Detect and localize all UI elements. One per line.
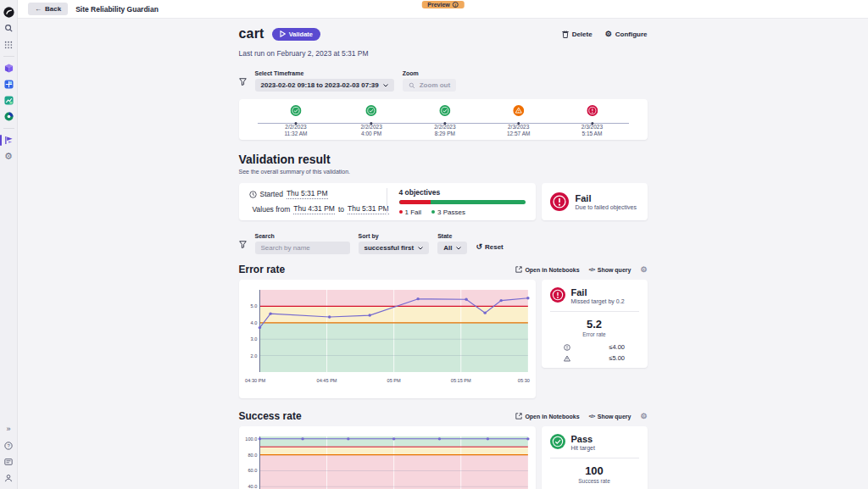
objectives-count-label: 4 objectives [399, 188, 526, 197]
search-input[interactable] [261, 244, 333, 252]
state-select[interactable]: All [437, 242, 467, 254]
last-run-text: Last run on February 2, 2023 at 5:31 PM [239, 49, 648, 58]
chevron-down-icon [456, 247, 461, 250]
timeline-event-label: 2/3/20235:15 AM [581, 124, 603, 138]
services-app-icon[interactable] [3, 111, 14, 122]
pass-status-icon [550, 434, 565, 449]
svg-text:05 PM: 05 PM [387, 378, 401, 383]
target-value: ≤4.00 [609, 343, 625, 351]
objective-title-error-rate: Error rate [239, 264, 286, 275]
svg-text:2.0: 2.0 [250, 353, 257, 358]
reset-button[interactable]: ↺Reset [476, 242, 503, 251]
objectives-bar-fail [399, 200, 431, 204]
zoom-label: Zoom [403, 70, 456, 76]
result-detail: Missed target by 0.2 [571, 298, 625, 304]
preview-badge[interactable]: Previewi [421, 1, 464, 8]
delete-button[interactable]: Delete [562, 31, 593, 38]
search-icon[interactable] [3, 23, 14, 34]
help-icon[interactable]: ? [3, 440, 14, 451]
expand-sidebar-icon[interactable]: » [3, 424, 14, 435]
target-icon [564, 344, 570, 351]
result-metric: Success rate [550, 478, 639, 484]
open-in-notebooks-button[interactable]: Open in Notebooks [515, 266, 579, 273]
zoom-out-button[interactable]: Zoom out [403, 79, 456, 92]
search-field[interactable] [255, 242, 350, 254]
topbar: ←Back Site Reliability Guardian Previewi [18, 0, 868, 19]
info-icon: i [453, 2, 459, 8]
summary-divider [387, 188, 387, 215]
search-label: Search [255, 233, 350, 239]
started-value[interactable]: Thu 5:31 PM [287, 189, 328, 199]
notebooks-app-icon[interactable] [3, 95, 14, 106]
timeline-event-label: 2/2/202311:32 AM [284, 124, 307, 138]
timeline-event[interactable]: 2/2/20238:29 PM [434, 99, 455, 138]
values-from-label: Values from [253, 205, 291, 214]
objective-settings-icon[interactable]: ⚙ [640, 266, 647, 274]
values-from-value[interactable]: Thu 4:31 PM [293, 204, 335, 214]
dynatrace-logo-icon[interactable] [3, 7, 14, 18]
timeframe-label: Select Timeframe [255, 70, 394, 76]
configure-button[interactable]: ⚙ Configure [605, 30, 648, 38]
back-button[interactable]: ←Back [28, 3, 68, 15]
svg-text:4.0: 4.0 [250, 320, 257, 325]
warning-value: ≤5.00 [609, 354, 625, 362]
svg-text:04:45 PM: 04:45 PM [316, 378, 337, 383]
fail-status-icon [550, 287, 565, 303]
pass-status-icon [439, 105, 450, 116]
open-in-notebooks-icon [515, 266, 522, 273]
app-title: Site Reliability Guardian [75, 5, 159, 14]
fail-status-icon [550, 192, 569, 211]
timeline-event[interactable]: 2/3/202312:57 AM [507, 99, 530, 138]
sort-by-select[interactable]: successful first [359, 242, 430, 254]
reset-icon: ↺ [476, 242, 482, 251]
fail-status-icon [587, 105, 598, 116]
error-rate-result-card: Fail Missed target by 0.2 5.2 Error rate… [542, 280, 648, 368]
result-metric: Error rate [550, 331, 639, 337]
fail-legend: 1 Fail [399, 208, 422, 216]
whats-new-icon[interactable] [3, 456, 14, 467]
error-rate-chart-card: 5.04.03.02.004:30 PM04:45 PM05 PM05:15 P… [239, 280, 536, 398]
trash-icon [562, 31, 569, 38]
success-rate-chart[interactable]: 100.080.060.040.020.0 [241, 431, 534, 489]
error-rate-chart[interactable]: 5.04.03.02.004:30 PM04:45 PM05 PM05:15 P… [241, 285, 534, 393]
open-in-notebooks-icon [515, 413, 522, 420]
pass-legend: 3 Passes [431, 208, 465, 216]
show-query-button[interactable]: </> Show query [589, 267, 632, 273]
result-detail: Hit target [571, 445, 595, 451]
sidebar-divider [3, 56, 14, 57]
warning-icon [564, 355, 570, 362]
overall-status-card: Fail Due to failed objectives [542, 183, 648, 220]
filter-funnel-icon [239, 74, 247, 89]
validation-result-heading: Validation result [239, 153, 648, 166]
code-icon: </> [589, 267, 595, 272]
apps-grid-icon[interactable] [3, 39, 14, 50]
srg-app-icon[interactable] [3, 135, 14, 146]
show-query-button[interactable]: </> Show query [589, 414, 632, 420]
pass-status-icon [366, 105, 377, 116]
kubernetes-app-icon[interactable] [3, 63, 14, 74]
app-sidebar: ⚙ » ? [0, 0, 18, 489]
magnifier-icon [409, 82, 415, 89]
objective-settings-icon[interactable]: ⚙ [640, 413, 647, 420]
gear-icon: ⚙ [605, 30, 612, 38]
account-icon[interactable] [3, 472, 14, 483]
timeframe-select[interactable]: 2023-02-02 09:18 to 2023-02-03 07:39 [255, 79, 394, 92]
back-arrow-icon: ← [35, 5, 42, 13]
timeline-event[interactable]: 2/2/202311:32 AM [284, 99, 307, 138]
result-status: Pass [571, 434, 595, 444]
dashboards-app-icon[interactable] [3, 79, 14, 90]
play-icon [280, 31, 286, 37]
values-to-value[interactable]: Thu 5:31 PM [348, 204, 389, 214]
timeline-event[interactable]: 2/3/20235:15 AM [581, 99, 603, 138]
filter-funnel-icon [239, 236, 247, 252]
started-label: Started [260, 190, 283, 198]
overall-status-reason: Due to failed objectives [576, 204, 637, 210]
svg-text:3.0: 3.0 [250, 336, 257, 342]
clock-icon [249, 191, 257, 198]
settings-app-icon[interactable]: ⚙ [3, 151, 14, 162]
validation-summary-card: Started Thu 5:31 PM Values from Thu 4:31… [239, 183, 536, 220]
validate-button[interactable]: Validate [272, 28, 320, 41]
open-in-notebooks-button[interactable]: Open in Notebooks [515, 413, 579, 420]
svg-text:05:30: 05:30 [517, 378, 529, 383]
timeline-event[interactable]: 2/2/20234:00 PM [360, 99, 381, 138]
